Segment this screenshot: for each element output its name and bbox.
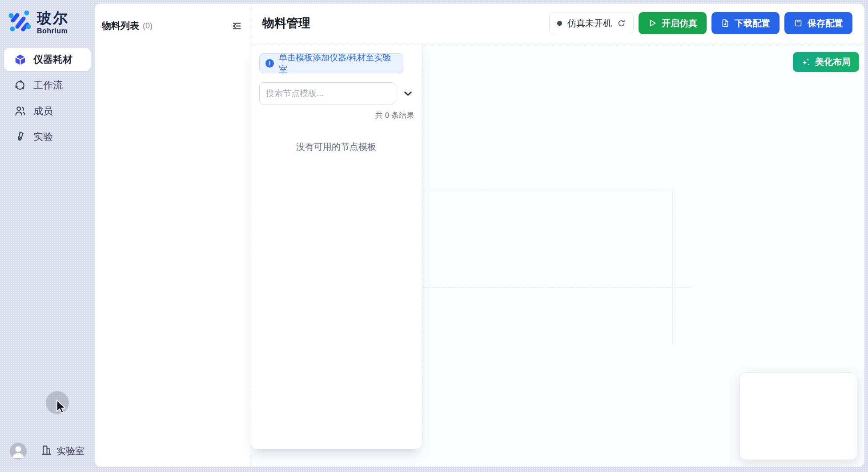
- refresh-icon[interactable]: [617, 19, 626, 28]
- materials-list-header: 物料列表 (0): [95, 4, 250, 32]
- chevron-down-icon[interactable]: [403, 88, 413, 99]
- mouse-cursor: [56, 400, 68, 416]
- start-simulation-label: 开启仿真: [662, 17, 697, 29]
- sparkles-icon: [801, 57, 811, 67]
- info-icon: i: [265, 59, 274, 68]
- flow-canvas[interactable]: i 单击模板添加仪器/耗材至实验室 共 0 条结果 没有可用的节点模板: [250, 43, 864, 467]
- brand-name-zh: 玻尔: [37, 11, 69, 25]
- hint-banner-text: 单击模板添加仪器/耗材至实验室: [279, 52, 397, 75]
- download-config-button[interactable]: 下载配置: [711, 12, 780, 34]
- search-input[interactable]: [259, 82, 395, 104]
- results-count: 共 0 条结果: [250, 110, 414, 120]
- sidebar: 玻尔 Bohrium 仪器耗材 工作流: [0, 0, 95, 472]
- experiment-icon: [14, 131, 26, 143]
- simulation-status-pill[interactable]: 仿真未开机: [549, 12, 634, 34]
- sidebar-footer: 实验室: [0, 443, 95, 460]
- content-area: 物料列表 (0) 物料管理 仿真未开机: [95, 4, 864, 467]
- sidebar-item-instruments[interactable]: 仪器耗材: [4, 48, 91, 71]
- sidebar-item-workflow[interactable]: 工作流: [4, 74, 91, 97]
- building-icon: [41, 444, 52, 458]
- workflow-icon: [14, 79, 26, 92]
- header-actions: 仿真未开机 开启仿真: [549, 12, 852, 34]
- collapse-panel-icon[interactable]: [232, 21, 242, 31]
- sidebar-item-members[interactable]: 成员: [4, 100, 91, 123]
- members-icon: [14, 105, 26, 117]
- beautify-layout-button[interactable]: 美化布局: [793, 52, 859, 72]
- save-icon: [794, 19, 803, 28]
- minimap-card[interactable]: [739, 372, 857, 460]
- brand-name: 玻尔 Bohrium: [37, 11, 69, 35]
- sidebar-nav: 仪器耗材 工作流 成员: [0, 48, 95, 148]
- page-title: 物料管理: [262, 15, 310, 31]
- node-template-panel: i 单击模板添加仪器/耗材至实验室 共 0 条结果 没有可用的节点模板: [250, 43, 422, 449]
- avatar[interactable]: [10, 443, 27, 460]
- canvas-guideline: [672, 190, 673, 344]
- brand-name-en: Bohrium: [37, 28, 69, 35]
- file-download-icon: [721, 19, 730, 28]
- bohrium-logo-icon: [7, 9, 32, 36]
- materials-list-title: 物料列表: [102, 20, 139, 32]
- cube-icon: [14, 53, 26, 66]
- page-header: 物料管理 仿真未开机: [250, 4, 864, 43]
- sidebar-lab-link[interactable]: 实验室: [41, 444, 84, 458]
- status-dot-icon: [557, 21, 562, 26]
- materials-list-panel: 物料列表 (0): [95, 4, 250, 467]
- start-simulation-button[interactable]: 开启仿真: [639, 12, 707, 34]
- template-search-row: [259, 82, 413, 104]
- beautify-layout-label: 美化布局: [815, 56, 851, 68]
- save-config-button[interactable]: 保存配置: [784, 12, 852, 34]
- main-area: 物料管理 仿真未开机: [250, 4, 864, 467]
- canvas-guideline: [423, 287, 691, 288]
- download-config-label: 下载配置: [735, 17, 770, 29]
- brand-logo: 玻尔 Bohrium: [0, 0, 95, 36]
- sidebar-item-label: 仪器耗材: [33, 53, 72, 66]
- sidebar-item-label: 实验: [33, 130, 53, 144]
- sidebar-item-label: 工作流: [33, 79, 63, 92]
- canvas-guideline: [423, 190, 672, 190]
- play-icon: [648, 19, 657, 28]
- save-config-label: 保存配置: [808, 17, 843, 29]
- empty-state-text: 没有可用的节点模板: [250, 141, 422, 153]
- materials-list-count: (0): [143, 21, 153, 31]
- sidebar-lab-label: 实验室: [56, 445, 84, 457]
- sidebar-item-label: 成员: [33, 104, 53, 118]
- sidebar-item-experiments[interactable]: 实验: [4, 125, 91, 148]
- hint-banner: i 单击模板添加仪器/耗材至实验室: [259, 53, 403, 73]
- simulation-status-label: 仿真未开机: [567, 17, 612, 29]
